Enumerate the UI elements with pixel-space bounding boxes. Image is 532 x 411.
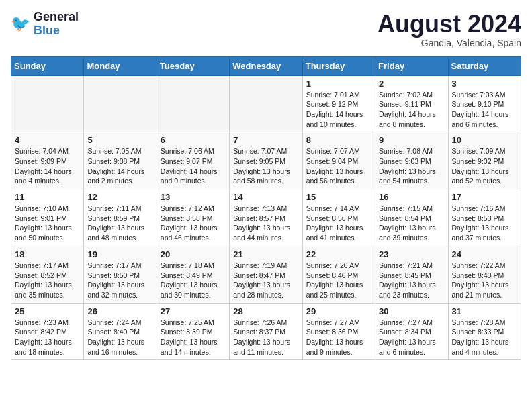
calendar-cell: 20Sunrise: 7:18 AMSunset: 8:49 PMDayligh… xyxy=(157,246,229,303)
title-block: August 2024 Gandia, Valencia, Spain xyxy=(378,11,521,48)
day-number: 2 xyxy=(379,79,444,89)
calendar-cell: 28Sunrise: 7:26 AMSunset: 8:37 PMDayligh… xyxy=(230,303,302,360)
calendar-cell: 2Sunrise: 7:02 AMSunset: 9:11 PMDaylight… xyxy=(375,75,448,132)
day-number: 16 xyxy=(379,192,444,202)
day-number: 7 xyxy=(233,135,298,145)
day-info: Sunrise: 7:07 AMSunset: 9:04 PMDaylight:… xyxy=(306,146,371,186)
day-info: Sunrise: 7:04 AMSunset: 9:09 PMDaylight:… xyxy=(15,146,80,186)
logo-icon: 🐦 xyxy=(11,14,31,34)
month-title: August 2024 xyxy=(378,11,521,38)
day-info: Sunrise: 7:09 AMSunset: 9:02 PMDaylight:… xyxy=(452,146,517,186)
day-number: 18 xyxy=(15,249,80,259)
day-info: Sunrise: 7:18 AMSunset: 8:49 PMDaylight:… xyxy=(161,261,226,300)
weekday-thursday: Thursday xyxy=(302,56,375,75)
logo-text: General Blue xyxy=(34,11,79,38)
calendar-cell: 6Sunrise: 7:06 AMSunset: 9:07 PMDaylight… xyxy=(157,132,229,189)
calendar-cell: 3Sunrise: 7:03 AMSunset: 9:10 PMDaylight… xyxy=(448,75,521,132)
calendar-cell: 5Sunrise: 7:05 AMSunset: 9:08 PMDaylight… xyxy=(84,132,157,189)
day-number: 12 xyxy=(87,192,152,202)
day-number: 27 xyxy=(161,306,226,316)
calendar-week-2: 4Sunrise: 7:04 AMSunset: 9:09 PMDaylight… xyxy=(11,132,521,189)
calendar-cell: 4Sunrise: 7:04 AMSunset: 9:09 PMDaylight… xyxy=(11,132,84,189)
day-info: Sunrise: 7:12 AMSunset: 8:58 PMDaylight:… xyxy=(161,203,226,243)
day-info: Sunrise: 7:17 AMSunset: 8:50 PMDaylight:… xyxy=(87,261,152,300)
day-number: 17 xyxy=(452,192,517,202)
calendar-cell xyxy=(11,75,84,132)
day-number: 30 xyxy=(379,306,444,316)
calendar-cell: 22Sunrise: 7:20 AMSunset: 8:46 PMDayligh… xyxy=(302,246,375,303)
day-info: Sunrise: 7:27 AMSunset: 8:36 PMDaylight:… xyxy=(306,318,371,357)
day-number: 10 xyxy=(452,135,517,145)
weekday-header-row: SundayMondayTuesdayWednesdayThursdayFrid… xyxy=(11,56,521,75)
day-number: 22 xyxy=(306,249,371,259)
calendar-cell: 1Sunrise: 7:01 AMSunset: 9:12 PMDaylight… xyxy=(302,75,375,132)
weekday-monday: Monday xyxy=(84,56,157,75)
day-info: Sunrise: 7:28 AMSunset: 8:33 PMDaylight:… xyxy=(452,318,517,357)
calendar-cell: 19Sunrise: 7:17 AMSunset: 8:50 PMDayligh… xyxy=(84,246,157,303)
day-number: 3 xyxy=(452,79,517,89)
day-number: 25 xyxy=(15,306,80,316)
day-number: 19 xyxy=(87,249,152,259)
calendar-cell: 27Sunrise: 7:25 AMSunset: 8:39 PMDayligh… xyxy=(157,303,229,360)
calendar-cell: 24Sunrise: 7:22 AMSunset: 8:43 PMDayligh… xyxy=(448,246,521,303)
calendar-cell: 30Sunrise: 7:27 AMSunset: 8:34 PMDayligh… xyxy=(375,303,448,360)
day-number: 6 xyxy=(161,135,226,145)
calendar-cell: 8Sunrise: 7:07 AMSunset: 9:04 PMDaylight… xyxy=(302,132,375,189)
day-info: Sunrise: 7:23 AMSunset: 8:42 PMDaylight:… xyxy=(15,318,80,357)
calendar-cell: 31Sunrise: 7:28 AMSunset: 8:33 PMDayligh… xyxy=(448,303,521,360)
day-number: 4 xyxy=(15,135,80,145)
svg-text:🐦: 🐦 xyxy=(11,14,31,33)
calendar-cell: 18Sunrise: 7:17 AMSunset: 8:52 PMDayligh… xyxy=(11,246,84,303)
calendar-table: SundayMondayTuesdayWednesdayThursdayFrid… xyxy=(11,56,521,361)
page-header: 🐦 General Blue August 2024 Gandia, Valen… xyxy=(11,11,521,48)
day-info: Sunrise: 7:06 AMSunset: 9:07 PMDaylight:… xyxy=(161,146,226,186)
day-info: Sunrise: 7:24 AMSunset: 8:40 PMDaylight:… xyxy=(87,318,152,357)
day-number: 5 xyxy=(87,135,152,145)
day-number: 13 xyxy=(161,192,226,202)
day-info: Sunrise: 7:26 AMSunset: 8:37 PMDaylight:… xyxy=(233,318,298,357)
calendar-cell: 15Sunrise: 7:14 AMSunset: 8:56 PMDayligh… xyxy=(302,189,375,246)
day-number: 14 xyxy=(233,192,298,202)
weekday-saturday: Saturday xyxy=(448,56,521,75)
day-number: 20 xyxy=(161,249,226,259)
calendar-cell: 13Sunrise: 7:12 AMSunset: 8:58 PMDayligh… xyxy=(157,189,229,246)
day-number: 29 xyxy=(306,306,371,316)
location: Gandia, Valencia, Spain xyxy=(378,38,521,48)
day-info: Sunrise: 7:13 AMSunset: 8:57 PMDaylight:… xyxy=(233,203,298,243)
day-number: 1 xyxy=(306,79,371,89)
logo: 🐦 General Blue xyxy=(11,11,79,38)
day-number: 8 xyxy=(306,135,371,145)
day-number: 23 xyxy=(379,249,444,259)
day-info: Sunrise: 7:19 AMSunset: 8:47 PMDaylight:… xyxy=(233,261,298,300)
calendar-week-1: 1Sunrise: 7:01 AMSunset: 9:12 PMDaylight… xyxy=(11,75,521,132)
calendar-cell xyxy=(157,75,229,132)
calendar-cell: 10Sunrise: 7:09 AMSunset: 9:02 PMDayligh… xyxy=(448,132,521,189)
day-info: Sunrise: 7:22 AMSunset: 8:43 PMDaylight:… xyxy=(452,261,517,300)
day-info: Sunrise: 7:07 AMSunset: 9:05 PMDaylight:… xyxy=(233,146,298,186)
day-number: 11 xyxy=(15,192,80,202)
day-info: Sunrise: 7:16 AMSunset: 8:53 PMDaylight:… xyxy=(452,203,517,243)
calendar-cell xyxy=(84,75,157,132)
calendar-week-3: 11Sunrise: 7:10 AMSunset: 9:01 PMDayligh… xyxy=(11,189,521,246)
weekday-friday: Friday xyxy=(375,56,448,75)
day-number: 24 xyxy=(452,249,517,259)
calendar-cell: 16Sunrise: 7:15 AMSunset: 8:54 PMDayligh… xyxy=(375,189,448,246)
weekday-sunday: Sunday xyxy=(11,56,84,75)
calendar-cell: 7Sunrise: 7:07 AMSunset: 9:05 PMDaylight… xyxy=(230,132,302,189)
day-number: 21 xyxy=(233,249,298,259)
day-info: Sunrise: 7:20 AMSunset: 8:46 PMDaylight:… xyxy=(306,261,371,300)
day-info: Sunrise: 7:08 AMSunset: 9:03 PMDaylight:… xyxy=(379,146,444,186)
weekday-tuesday: Tuesday xyxy=(157,56,229,75)
day-info: Sunrise: 7:15 AMSunset: 8:54 PMDaylight:… xyxy=(379,203,444,243)
calendar-cell: 14Sunrise: 7:13 AMSunset: 8:57 PMDayligh… xyxy=(230,189,302,246)
day-info: Sunrise: 7:25 AMSunset: 8:39 PMDaylight:… xyxy=(161,318,226,357)
calendar-cell xyxy=(230,75,302,132)
weekday-wednesday: Wednesday xyxy=(230,56,302,75)
day-info: Sunrise: 7:14 AMSunset: 8:56 PMDaylight:… xyxy=(306,203,371,243)
day-info: Sunrise: 7:17 AMSunset: 8:52 PMDaylight:… xyxy=(15,261,80,300)
day-info: Sunrise: 7:10 AMSunset: 9:01 PMDaylight:… xyxy=(15,203,80,243)
calendar-cell: 11Sunrise: 7:10 AMSunset: 9:01 PMDayligh… xyxy=(11,189,84,246)
calendar-cell: 9Sunrise: 7:08 AMSunset: 9:03 PMDaylight… xyxy=(375,132,448,189)
calendar-week-4: 18Sunrise: 7:17 AMSunset: 8:52 PMDayligh… xyxy=(11,246,521,303)
day-number: 31 xyxy=(452,306,517,316)
